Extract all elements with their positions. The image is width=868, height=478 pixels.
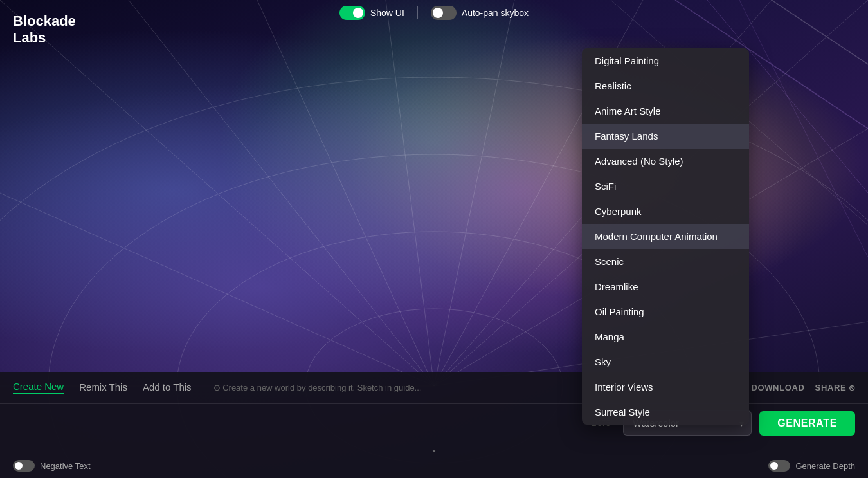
negative-text-knob	[15, 462, 23, 470]
dropdown-item-digital-painting[interactable]: Digital Painting	[582, 48, 749, 73]
dropdown-item-manga[interactable]: Manga	[582, 324, 749, 349]
dropdown-item-realistic[interactable]: Realistic	[582, 73, 749, 98]
dropdown-item-anime[interactable]: Anime Art Style	[582, 98, 749, 124]
toggles-row: Negative Text Generate Depth	[0, 455, 868, 478]
share-icon: ⎋	[849, 383, 855, 392]
share-button[interactable]: SHARE ⎋	[815, 383, 855, 392]
scroll-indicator: ⌄	[0, 442, 868, 455]
auto-pan-toggle-group[interactable]: Auto-pan skybox	[431, 6, 529, 20]
download-button[interactable]: DOWNLOAD	[751, 383, 804, 392]
auto-pan-label: Auto-pan skybox	[462, 8, 529, 18]
dropdown-item-oil-painting[interactable]: Oil Painting	[582, 299, 749, 324]
style-dropdown: Digital PaintingRealisticAnime Art Style…	[582, 48, 749, 425]
dropdown-item-advanced[interactable]: Advanced (No Style)	[582, 149, 749, 174]
negative-text-toggle[interactable]	[13, 460, 35, 472]
show-ui-label: Show UI	[370, 8, 404, 18]
generate-depth-group[interactable]: Generate Depth	[768, 460, 855, 472]
tab-create-new[interactable]: Create New	[13, 381, 64, 394]
dropdown-item-scenic[interactable]: Scenic	[582, 249, 749, 274]
top-bar: Show UI Auto-pan skybox	[0, 0, 868, 26]
dropdown-item-modern-computer-animation[interactable]: Modern Computer Animation	[582, 224, 749, 249]
dropdown-item-interior-views[interactable]: Interior Views	[582, 374, 749, 400]
auto-pan-toggle[interactable]	[431, 6, 457, 20]
tab-add-to-this[interactable]: Add to This	[143, 381, 192, 394]
generate-depth-knob	[770, 462, 778, 470]
topbar-divider	[417, 6, 418, 19]
negative-text-group[interactable]: Negative Text	[13, 460, 91, 472]
auto-pan-toggle-knob	[433, 8, 443, 18]
dropdown-item-sky[interactable]: Sky	[582, 349, 749, 374]
action-buttons: DOWNLOAD SHARE ⎋	[751, 383, 855, 392]
generate-depth-label: Generate Depth	[795, 461, 855, 471]
show-ui-toggle-knob	[353, 8, 363, 18]
show-ui-toggle-group[interactable]: Show UI	[339, 6, 404, 20]
negative-text-label: Negative Text	[40, 461, 91, 471]
dropdown-item-cyberpunk[interactable]: Cyberpunk	[582, 199, 749, 224]
tab-remix-this[interactable]: Remix This	[79, 381, 127, 394]
show-ui-toggle[interactable]	[339, 6, 365, 20]
dropdown-item-fantasy-lands[interactable]: Fantasy Lands	[582, 124, 749, 149]
dropdown-item-dreamlike[interactable]: Dreamlike	[582, 274, 749, 299]
generate-depth-toggle[interactable]	[768, 460, 790, 472]
dropdown-item-surreal-style[interactable]: Surreal Style	[582, 400, 749, 425]
dropdown-item-scifi[interactable]: SciFi	[582, 174, 749, 199]
generate-button[interactable]: GENERATE	[759, 411, 855, 436]
